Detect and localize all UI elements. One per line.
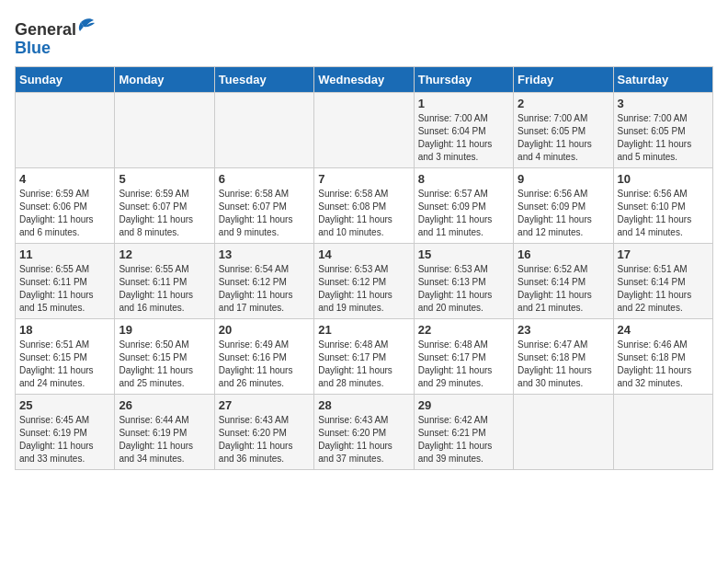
calendar-cell: 14Sunrise: 6:53 AM Sunset: 6:12 PM Dayli… (314, 244, 414, 319)
calendar-cell: 16Sunrise: 6:52 AM Sunset: 6:14 PM Dayli… (514, 244, 613, 319)
calendar-cell: 7Sunrise: 6:58 AM Sunset: 6:08 PM Daylig… (314, 168, 414, 244)
day-info: Sunrise: 6:45 AM Sunset: 6:19 PM Dayligh… (19, 414, 110, 465)
header-monday: Monday (115, 67, 214, 93)
calendar-cell: 15Sunrise: 6:53 AM Sunset: 6:13 PM Dayli… (414, 244, 513, 319)
day-number: 9 (518, 172, 609, 186)
calendar-cell: 9Sunrise: 6:56 AM Sunset: 6:09 PM Daylig… (514, 168, 613, 244)
day-info: Sunrise: 7:00 AM Sunset: 6:04 PM Dayligh… (418, 112, 509, 164)
day-info: Sunrise: 6:57 AM Sunset: 6:09 PM Dayligh… (418, 188, 509, 239)
header-friday: Friday (514, 67, 613, 93)
day-number: 7 (318, 172, 409, 186)
logo-svg: General Blue (15, 15, 97, 59)
day-number: 15 (418, 247, 509, 261)
day-info: Sunrise: 6:58 AM Sunset: 6:07 PM Dayligh… (219, 188, 310, 239)
svg-text:General: General (15, 20, 76, 39)
calendar-cell: 4Sunrise: 6:59 AM Sunset: 6:06 PM Daylig… (16, 168, 115, 244)
calendar-cell: 24Sunrise: 6:46 AM Sunset: 6:18 PM Dayli… (613, 319, 712, 395)
day-number: 5 (119, 172, 210, 186)
calendar-cell (514, 395, 613, 470)
day-number: 26 (119, 398, 210, 412)
week-row-1: 1Sunrise: 7:00 AM Sunset: 6:04 PM Daylig… (16, 93, 713, 168)
calendar-cell: 20Sunrise: 6:49 AM Sunset: 6:16 PM Dayli… (214, 319, 313, 395)
header-tuesday: Tuesday (214, 67, 313, 93)
calendar-cell: 13Sunrise: 6:54 AM Sunset: 6:12 PM Dayli… (214, 244, 313, 319)
week-row-3: 11Sunrise: 6:55 AM Sunset: 6:11 PM Dayli… (16, 244, 713, 319)
calendar-cell: 10Sunrise: 6:56 AM Sunset: 6:10 PM Dayli… (613, 168, 712, 244)
day-number: 16 (518, 247, 609, 261)
svg-text:Blue: Blue (15, 39, 51, 57)
calendar-cell: 28Sunrise: 6:43 AM Sunset: 6:20 PM Dayli… (314, 395, 414, 470)
day-info: Sunrise: 6:42 AM Sunset: 6:21 PM Dayligh… (418, 414, 509, 465)
calendar-cell (314, 93, 414, 168)
calendar-table: SundayMondayTuesdayWednesdayThursdayFrid… (15, 66, 713, 470)
logo: General Blue (15, 15, 97, 59)
day-number: 6 (219, 172, 310, 186)
day-number: 19 (119, 323, 210, 337)
calendar-cell: 5Sunrise: 6:59 AM Sunset: 6:07 PM Daylig… (115, 168, 214, 244)
calendar-cell (16, 93, 115, 168)
header-saturday: Saturday (613, 67, 712, 93)
calendar-cell: 21Sunrise: 6:48 AM Sunset: 6:17 PM Dayli… (314, 319, 414, 395)
day-number: 23 (518, 323, 609, 337)
day-info: Sunrise: 6:58 AM Sunset: 6:08 PM Dayligh… (318, 188, 409, 239)
day-number: 28 (318, 398, 409, 412)
week-row-5: 25Sunrise: 6:45 AM Sunset: 6:19 PM Dayli… (16, 395, 713, 470)
day-number: 13 (219, 247, 310, 261)
day-info: Sunrise: 6:54 AM Sunset: 6:12 PM Dayligh… (219, 263, 310, 315)
day-number: 27 (219, 398, 310, 412)
page-header: General Blue (15, 15, 713, 59)
calendar-cell: 8Sunrise: 6:57 AM Sunset: 6:09 PM Daylig… (414, 168, 513, 244)
day-info: Sunrise: 6:47 AM Sunset: 6:18 PM Dayligh… (518, 339, 609, 390)
day-number: 20 (219, 323, 310, 337)
calendar-cell: 22Sunrise: 6:48 AM Sunset: 6:17 PM Dayli… (414, 319, 513, 395)
day-number: 11 (19, 247, 110, 261)
day-info: Sunrise: 6:59 AM Sunset: 6:06 PM Dayligh… (19, 188, 110, 239)
calendar-cell: 2Sunrise: 7:00 AM Sunset: 6:05 PM Daylig… (514, 93, 613, 168)
day-info: Sunrise: 6:56 AM Sunset: 6:10 PM Dayligh… (618, 188, 709, 239)
calendar-cell: 26Sunrise: 6:44 AM Sunset: 6:19 PM Dayli… (115, 395, 214, 470)
calendar-cell: 12Sunrise: 6:55 AM Sunset: 6:11 PM Dayli… (115, 244, 214, 319)
calendar-cell: 1Sunrise: 7:00 AM Sunset: 6:04 PM Daylig… (414, 93, 513, 168)
calendar-cell (115, 93, 214, 168)
calendar-cell: 3Sunrise: 7:00 AM Sunset: 6:05 PM Daylig… (613, 93, 712, 168)
day-info: Sunrise: 6:43 AM Sunset: 6:20 PM Dayligh… (318, 414, 409, 465)
day-number: 10 (618, 172, 709, 186)
day-number: 12 (119, 247, 210, 261)
day-number: 24 (618, 323, 709, 337)
day-number: 18 (19, 323, 110, 337)
day-info: Sunrise: 7:00 AM Sunset: 6:05 PM Dayligh… (618, 112, 709, 164)
header-wednesday: Wednesday (314, 67, 414, 93)
day-info: Sunrise: 6:56 AM Sunset: 6:09 PM Dayligh… (518, 188, 609, 239)
day-info: Sunrise: 6:48 AM Sunset: 6:17 PM Dayligh… (418, 339, 509, 390)
day-info: Sunrise: 6:43 AM Sunset: 6:20 PM Dayligh… (219, 414, 310, 465)
calendar-cell: 25Sunrise: 6:45 AM Sunset: 6:19 PM Dayli… (16, 395, 115, 470)
header-thursday: Thursday (414, 67, 513, 93)
calendar-cell (613, 395, 712, 470)
day-number: 4 (19, 172, 110, 186)
day-number: 14 (318, 247, 409, 261)
day-number: 22 (418, 323, 509, 337)
calendar-cell: 17Sunrise: 6:51 AM Sunset: 6:14 PM Dayli… (613, 244, 712, 319)
day-info: Sunrise: 6:52 AM Sunset: 6:14 PM Dayligh… (518, 263, 609, 315)
day-info: Sunrise: 6:55 AM Sunset: 6:11 PM Dayligh… (119, 263, 210, 315)
header-row: SundayMondayTuesdayWednesdayThursdayFrid… (16, 67, 713, 93)
calendar-cell: 18Sunrise: 6:51 AM Sunset: 6:15 PM Dayli… (16, 319, 115, 395)
day-info: Sunrise: 7:00 AM Sunset: 6:05 PM Dayligh… (518, 112, 609, 164)
day-info: Sunrise: 6:53 AM Sunset: 6:13 PM Dayligh… (418, 263, 509, 315)
header-sunday: Sunday (16, 67, 115, 93)
day-info: Sunrise: 6:55 AM Sunset: 6:11 PM Dayligh… (19, 263, 110, 315)
day-number: 21 (318, 323, 409, 337)
week-row-2: 4Sunrise: 6:59 AM Sunset: 6:06 PM Daylig… (16, 168, 713, 244)
day-info: Sunrise: 6:46 AM Sunset: 6:18 PM Dayligh… (618, 339, 709, 390)
day-info: Sunrise: 6:44 AM Sunset: 6:19 PM Dayligh… (119, 414, 210, 465)
calendar-cell (214, 93, 313, 168)
calendar-cell: 27Sunrise: 6:43 AM Sunset: 6:20 PM Dayli… (214, 395, 313, 470)
calendar-cell: 23Sunrise: 6:47 AM Sunset: 6:18 PM Dayli… (514, 319, 613, 395)
day-info: Sunrise: 6:59 AM Sunset: 6:07 PM Dayligh… (119, 188, 210, 239)
day-info: Sunrise: 6:51 AM Sunset: 6:15 PM Dayligh… (19, 339, 110, 390)
calendar-cell: 19Sunrise: 6:50 AM Sunset: 6:15 PM Dayli… (115, 319, 214, 395)
day-info: Sunrise: 6:48 AM Sunset: 6:17 PM Dayligh… (318, 339, 409, 390)
day-number: 1 (418, 97, 509, 110)
calendar-cell: 6Sunrise: 6:58 AM Sunset: 6:07 PM Daylig… (214, 168, 313, 244)
day-number: 3 (618, 97, 709, 110)
